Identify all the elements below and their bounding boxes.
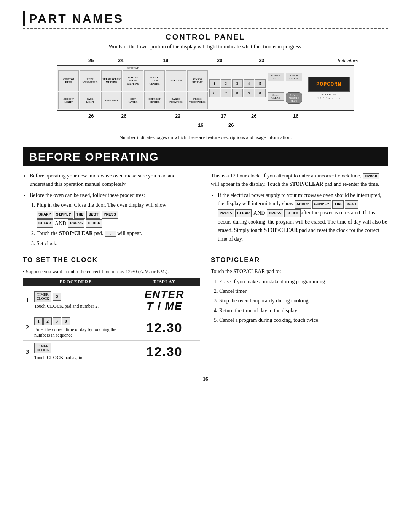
btn-timer-clock-s3[interactable]: TIMERCLOCK — [34, 343, 51, 354]
section-bar — [23, 11, 25, 26]
numpad-area: 1 2 3 4 5 6 7 8 9 0 — [209, 66, 266, 110]
display-area: POPCORN SENSOR ▪▪▪ 1 1 0 0 w a t t s — [304, 66, 354, 110]
clock-heading: TO SET THE CLOCK — [23, 256, 200, 265]
before-operating-title: BEFORE OPERATING — [29, 150, 159, 163]
num-26c: 26 — [251, 113, 256, 119]
btn-fresh-rolls: FRESH ROLLS/MUFFINS — [101, 70, 122, 91]
display-sensor-label: SENSOR ▪▪▪ — [321, 93, 336, 96]
num-26d: 26 — [228, 122, 234, 128]
disp-press1: PRESS — [102, 211, 118, 219]
btn-stop-clear[interactable]: STOPCLEAR — [268, 92, 284, 101]
right-bullet-1: If the electrical power supply to your m… — [218, 191, 388, 243]
bottom-numbers-2: 16 26 — [57, 122, 354, 131]
stop-clear-heading: STOP/CLEAR — [211, 256, 388, 265]
clock-intro: • Suppose you want to enter the correct … — [23, 268, 200, 275]
btn-start-minute-plus[interactable]: STARTMINUTE PLUS — [286, 92, 303, 104]
stop-clear-intro: Touch the STOP/CLEAR pad to: — [211, 268, 388, 275]
btn-baked-potatoes: BAKEDPOTATOES — [166, 92, 186, 109]
key-9[interactable]: 9 — [244, 89, 254, 97]
num-23: 23 — [259, 58, 264, 63]
table-row: 1 TIMERCLOCK 2 Touch CLOCK pad and numbe… — [23, 286, 200, 315]
key-6[interactable]: 6 — [209, 89, 220, 97]
bullet-2: Before the oven can be used, follow thes… — [30, 191, 200, 248]
right-controls: POWERLEVEL TIMERCLOCK STOPCLEAR STARTMIN… — [266, 66, 304, 110]
step-2-proc: 1 2 3 0 Enter the correct time of day by… — [31, 315, 129, 340]
indicators-label: Indicators — [338, 58, 358, 64]
stop-clear-list: Erase if you make a mistake during progr… — [211, 277, 388, 325]
btn-custom-help: CUSTOMHELP — [58, 70, 79, 91]
num-24: 24 — [118, 58, 123, 63]
btn-accent-light: ACCENTLIGHT — [58, 92, 79, 109]
disp-colon: : — [105, 231, 116, 237]
btn-keep-warm: KEEPWARM PLUS — [80, 70, 100, 91]
disp-best2: BEST — [345, 200, 358, 209]
disp-sharp: SHARP — [37, 211, 53, 219]
button-grid: CUSTOMHELP KEEPWARM PLUS FRESH ROLLS/MUF… — [58, 70, 208, 109]
interrupt-seq1: SHARP SIMPLY THE BEST — [295, 200, 359, 209]
sc-item-2: Cancel timer. — [219, 286, 388, 296]
num-16a: 16 — [293, 113, 298, 119]
btn-timer-clock-s1[interactable]: TIMERCLOCK — [34, 291, 51, 302]
disp-press2: PRESS — [68, 219, 84, 228]
btn-beverage: BEVERAGE — [101, 92, 122, 109]
bottom-numbers: 26 26 22 17 26 16 — [57, 112, 354, 122]
disp-best: BEST — [86, 211, 100, 219]
control-panel-heading: CONTROL PANEL — [23, 33, 388, 42]
part-names-section: PART NAMES CONTROL PANEL Words in the lo… — [23, 11, 388, 141]
disp-press3: PRESS — [218, 209, 234, 218]
controls-row1: POWERLEVEL TIMERCLOCK — [268, 73, 302, 81]
btn-power-level[interactable]: POWERLEVEL — [268, 73, 284, 81]
num-25: 25 — [88, 58, 94, 63]
key-5[interactable]: 5 — [255, 79, 266, 88]
right-bullets: If the electrical power supply to your m… — [211, 191, 388, 243]
step-2-desc: Enter the correct time of day by touchin… — [34, 327, 126, 338]
key-7[interactable]: 7 — [221, 89, 231, 97]
diagram-wrapper: 25 24 19 20 23 Indicators REHEAT CUSTOMH… — [57, 54, 354, 131]
table-header-row: PROCEDURE DISPLAY — [23, 278, 200, 286]
key-4[interactable]: 4 — [244, 79, 254, 88]
btn-timer-clock[interactable]: TIMERCLOCK — [286, 73, 303, 81]
display-sequence-1: SHARP SIMPLY THE BEST PRESS — [37, 211, 118, 219]
step3-controls: TIMERCLOCK — [34, 343, 126, 354]
btn-defrost: DEFROSTCENTER — [144, 92, 165, 109]
step-3: Set clock. — [37, 240, 200, 248]
btn-frozen-rolls: FROZEN ROLLS/MUFFINS — [123, 70, 143, 91]
panel-left-buttons: REHEAT CUSTOMHELP KEEPWARM PLUS FRESH RO… — [57, 66, 209, 110]
step-1-desc: Touch CLOCK pad and number 2. — [34, 304, 126, 309]
before-op-bullets: Before operating your new microwave oven… — [23, 172, 200, 248]
btn-task-light: TASKLIGHT — [80, 92, 100, 109]
display-text: POPCORN — [316, 81, 341, 87]
page-number: 16 — [23, 376, 388, 382]
step-1-display: ENTERT I ME — [129, 286, 200, 315]
step-3-desc: Touch CLOCK pad again. — [34, 355, 126, 361]
disp-clear2: CLEAR — [235, 209, 252, 218]
num-0-btn[interactable]: 0 — [62, 317, 70, 325]
num-1-btn[interactable]: 1 — [34, 317, 43, 325]
disp-error: ERROR — [363, 173, 379, 179]
before-operating-content: Before operating your new microwave oven… — [23, 172, 388, 250]
disp-clear1: CLEAR — [37, 219, 53, 228]
num-2-btn[interactable]: 2 — [53, 293, 61, 301]
stop-clear-section: STOP/CLEAR Touch the STOP/CLEAR pad to: … — [211, 256, 388, 369]
num-3-btn[interactable]: 3 — [53, 317, 61, 325]
th-display: DISPLAY — [129, 278, 200, 286]
key-2[interactable]: 2 — [221, 79, 231, 88]
key-0[interactable]: 0 — [255, 89, 266, 97]
key-8[interactable]: 8 — [232, 89, 243, 97]
num-16b: 16 — [198, 122, 203, 128]
disp-the: THE — [74, 211, 86, 219]
table-row: 3 TIMERCLOCK Touch CLOCK pad again. 12.3… — [23, 340, 200, 363]
display-watts: 1 1 0 0 w a t t s — [317, 97, 340, 100]
num-26b: 26 — [121, 113, 126, 119]
clock-section: TO SET THE CLOCK • Suppose you want to e… — [23, 256, 200, 363]
num-2-btn2[interactable]: 2 — [43, 317, 52, 325]
step-1-num: 1 — [23, 286, 31, 315]
key-3[interactable]: 3 — [232, 79, 243, 88]
sc-item-1: Erase if you make a mistake during progr… — [219, 277, 388, 286]
part-names-heading: PART NAMES — [23, 11, 388, 26]
key-1[interactable]: 1 — [209, 79, 220, 88]
numpad-row1: 1 2 3 4 5 — [209, 79, 266, 88]
btn-hot-water: HOTWATER — [123, 92, 143, 109]
step-3-num: 3 — [23, 340, 31, 363]
disp-simply: SIMPLY — [54, 211, 73, 219]
